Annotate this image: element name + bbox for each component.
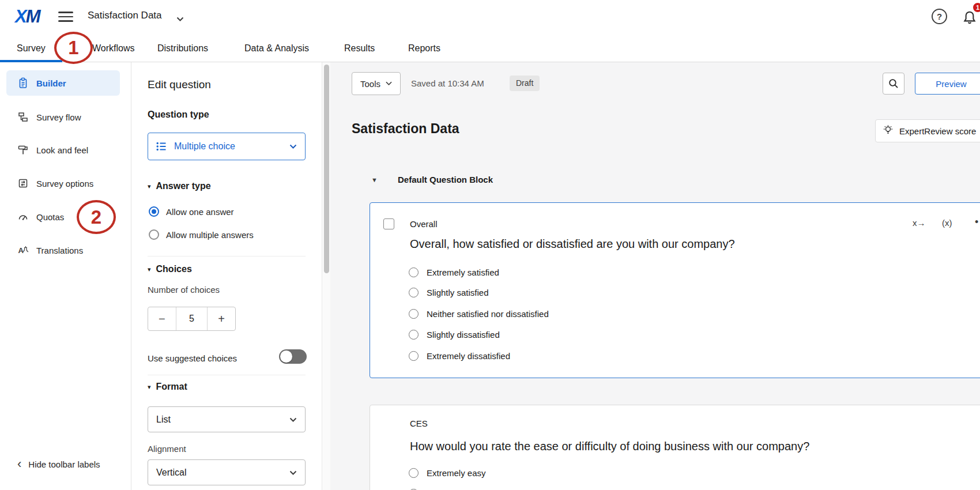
sidebar-item-survey-options[interactable]: Survey options — [6, 171, 120, 196]
alignment-dropdown[interactable]: Vertical — [148, 459, 306, 485]
skip-logic-icon[interactable]: x→ — [913, 218, 926, 228]
hamburger-menu-icon[interactable] — [58, 12, 73, 23]
alignment-label: Alignment — [148, 444, 186, 454]
choices-count-value[interactable]: 5 — [176, 307, 208, 330]
tab-workflows[interactable]: Workflows — [92, 35, 135, 62]
notification-badge: 1 — [972, 2, 980, 13]
tab-results[interactable]: Results — [344, 35, 375, 62]
survey-canvas: Tools Saved at 10:34 AM Draft Preview Sa… — [330, 62, 980, 490]
edit-question-panel: Edit question Question type Multiple cho… — [132, 62, 322, 490]
sidebar-item-look-and-feel[interactable]: Look and feel — [6, 137, 120, 163]
lightbulb-icon — [883, 125, 894, 138]
choice-radio-icon[interactable] — [409, 267, 419, 277]
clipboard-icon — [17, 77, 29, 89]
use-suggested-choices-toggle[interactable] — [279, 349, 307, 364]
flow-icon — [17, 111, 29, 123]
preview-button[interactable]: Preview — [915, 73, 980, 95]
search-button[interactable] — [883, 73, 904, 95]
translate-icon: A — [17, 244, 29, 256]
autosave-status: Saved at 10:34 AM — [411, 78, 484, 88]
decrease-choices-button[interactable]: − — [148, 307, 176, 330]
question-type-label: Question type — [148, 110, 209, 120]
divider — [148, 256, 306, 257]
question-text[interactable]: Overall, how satisfied or dissatisfied a… — [410, 238, 735, 251]
number-of-choices-label: Number of choices — [148, 285, 220, 295]
question-card-ces[interactable]: CES How would you rate the ease or diffi… — [370, 405, 980, 490]
sidebar-item-label: Survey flow — [36, 112, 81, 122]
format-value: List — [156, 414, 171, 425]
expert-review-score[interactable]: ExpertReview score — [875, 119, 980, 142]
sidebar-item-quotas[interactable]: Quotas — [6, 204, 120, 229]
xm-logo[interactable]: XM — [15, 6, 40, 27]
sidebar-item-survey-flow[interactable]: Survey flow — [6, 104, 120, 130]
choice-radio-icon[interactable] — [409, 330, 419, 340]
sidebar-item-translations[interactable]: A Translations — [6, 238, 120, 263]
edit-question-title: Edit question — [148, 78, 211, 91]
tab-distributions[interactable]: Distributions — [157, 35, 208, 62]
qualtrics-survey-editor: XM Satisfaction Data ? 1 Survey Workflow… — [0, 0, 980, 490]
multiple-choice-list-icon — [156, 141, 167, 152]
chevron-down-icon — [289, 414, 297, 425]
choice-radio-icon[interactable] — [409, 309, 419, 319]
paint-roller-icon — [17, 144, 29, 156]
chevron-down-icon[interactable] — [176, 14, 184, 24]
tab-reports[interactable]: Reports — [408, 35, 440, 62]
hide-toolbar-labels-button[interactable]: ‹ Hide toolbar labels — [17, 459, 100, 469]
panel-scrollbar-thumb[interactable] — [324, 65, 329, 273]
answer-type-section-header[interactable]: ▾ Answer type — [148, 181, 211, 191]
more-options-icon[interactable]: • — [975, 216, 978, 228]
use-suggested-choices-label: Use suggested choices — [148, 353, 237, 363]
question-block-title: Default Question Block — [398, 175, 493, 184]
block-collapse-caret[interactable]: ▼ — [371, 176, 378, 183]
question-checkbox[interactable] — [383, 218, 394, 229]
chevron-down-icon — [386, 81, 392, 86]
sidebar-item-label: Builder — [36, 78, 66, 88]
choice-radio-icon[interactable] — [409, 351, 419, 361]
caret-down-icon: ▾ — [148, 266, 151, 273]
question-type-dropdown[interactable]: Multiple choice — [148, 133, 306, 160]
help-icon[interactable]: ? — [932, 9, 947, 24]
question-text[interactable]: How would you rate the ease or difficult… — [410, 440, 809, 453]
tab-data-analysis[interactable]: Data & Analysis — [244, 35, 309, 62]
chevron-left-icon: ‹ — [17, 459, 21, 469]
radio-allow-multiple-answers[interactable]: Allow multiple answers — [149, 229, 254, 240]
choice-radio-icon[interactable] — [409, 468, 419, 478]
display-logic-icon[interactable]: (x) — [942, 218, 952, 228]
question-id: CES — [410, 419, 428, 428]
search-icon — [888, 78, 899, 89]
choice-row: Neither satisfied nor dissatisfied — [409, 309, 549, 319]
project-title[interactable]: Satisfaction Data — [88, 10, 162, 21]
sidebar-item-label: Look and feel — [36, 145, 88, 155]
caret-down-icon: ▾ — [148, 383, 151, 391]
question-card-overall[interactable]: Overall x→ (x) • Overall, how satisfied … — [370, 202, 980, 378]
choice-row: Extremely dissatisfied — [409, 351, 510, 361]
gauge-icon — [17, 211, 29, 223]
sidebar-item-label: Quotas — [36, 212, 64, 222]
format-section-header[interactable]: ▾ Format — [148, 382, 187, 392]
choice-row: Slightly satisfied — [409, 288, 489, 297]
tab-survey[interactable]: Survey — [17, 35, 46, 62]
choice-radio-icon[interactable] — [409, 288, 419, 297]
choices-section-header[interactable]: ▾ Choices — [148, 264, 192, 274]
toolbar-sidebar: Builder Survey flow Look and feel Survey… — [0, 62, 131, 490]
survey-title: Satisfaction Data — [352, 121, 459, 137]
question-id: Overall — [410, 219, 438, 229]
status-badge: Draft — [510, 76, 540, 91]
radio-unselected-icon — [149, 229, 159, 240]
number-of-choices-stepper: − 5 + — [148, 307, 236, 331]
radio-allow-one-answer[interactable]: Allow one answer — [149, 206, 234, 217]
panel-scrollbar-track[interactable] — [322, 62, 330, 490]
svg-text:A: A — [18, 246, 24, 255]
format-dropdown[interactable]: List — [148, 406, 306, 432]
sidebar-item-builder[interactable]: Builder — [6, 70, 120, 96]
alignment-value: Vertical — [156, 468, 186, 478]
toggle-knob — [280, 350, 292, 363]
tools-button[interactable]: Tools — [352, 72, 401, 95]
radio-selected-icon — [149, 206, 159, 217]
increase-choices-button[interactable]: + — [208, 307, 235, 330]
top-bar: XM Satisfaction Data ? 1 — [0, 0, 980, 35]
sidebar-item-label: Translations — [36, 246, 83, 255]
chevron-down-icon — [289, 141, 297, 152]
question-type-value: Multiple choice — [174, 141, 235, 152]
choice-row: Slightly dissatisfied — [409, 330, 500, 340]
